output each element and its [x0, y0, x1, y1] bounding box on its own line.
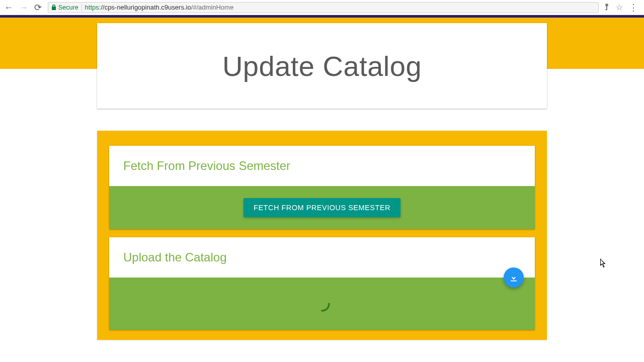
secure-label: Secure — [58, 4, 78, 11]
mouse-cursor-icon — [600, 258, 607, 268]
upload-section-title: Upload the Catalog — [123, 250, 521, 264]
download-icon — [509, 273, 519, 283]
upload-section-body — [109, 278, 535, 330]
key-icon[interactable] — [604, 4, 610, 12]
spinner-icon — [313, 295, 331, 313]
chrome-right-icons: ☆ ⋮ — [604, 3, 638, 12]
forward-icon[interactable]: → — [19, 3, 28, 12]
secure-badge: Secure — [51, 4, 78, 11]
star-icon[interactable]: ☆ — [616, 3, 623, 12]
kebab-menu-icon[interactable]: ⋮ — [629, 3, 638, 12]
url-host: ://cps-nellurigopinath.c9users.io — [99, 4, 191, 11]
lock-icon — [51, 5, 56, 11]
url-proto: https — [85, 4, 99, 11]
fetch-button[interactable]: FETCH FROM PREVIOUS SEMESTER — [244, 198, 400, 217]
download-fab[interactable] — [504, 267, 524, 288]
fetch-section-title: Fetch From Previous Semester — [123, 159, 521, 173]
back-icon[interactable]: ← — [4, 3, 13, 12]
svg-point-0 — [315, 297, 329, 311]
url-path: /#/adminHome — [191, 4, 234, 11]
url-bar[interactable]: Secure https://cps-nellurigopinath.c9use… — [48, 2, 599, 13]
title-card: Update Catalog — [97, 23, 547, 109]
fetch-section-head: Fetch From Previous Semester — [109, 146, 535, 186]
browser-toolbar: ← → ⟳ Secure https://cps-nellurigopinath… — [0, 0, 644, 15]
url-text: https://cps-nellurigopinath.c9users.io/#… — [85, 4, 234, 11]
panel-yellow: Fetch From Previous Semester FETCH FROM … — [97, 131, 547, 340]
loading-spinner — [313, 295, 331, 313]
upload-section-head: Upload the Catalog — [109, 237, 535, 278]
page-container: Update Catalog Fetch From Previous Semes… — [97, 23, 547, 340]
nav-arrows: ← → ⟳ — [4, 3, 42, 12]
fetch-section: Fetch From Previous Semester FETCH FROM … — [109, 146, 535, 229]
upload-section: Upload the Catalog — [109, 237, 535, 330]
url-separator — [82, 4, 82, 11]
reload-icon[interactable]: ⟳ — [34, 3, 42, 12]
page-title: Update Catalog — [222, 50, 422, 82]
fetch-section-body: FETCH FROM PREVIOUS SEMESTER — [109, 186, 535, 229]
